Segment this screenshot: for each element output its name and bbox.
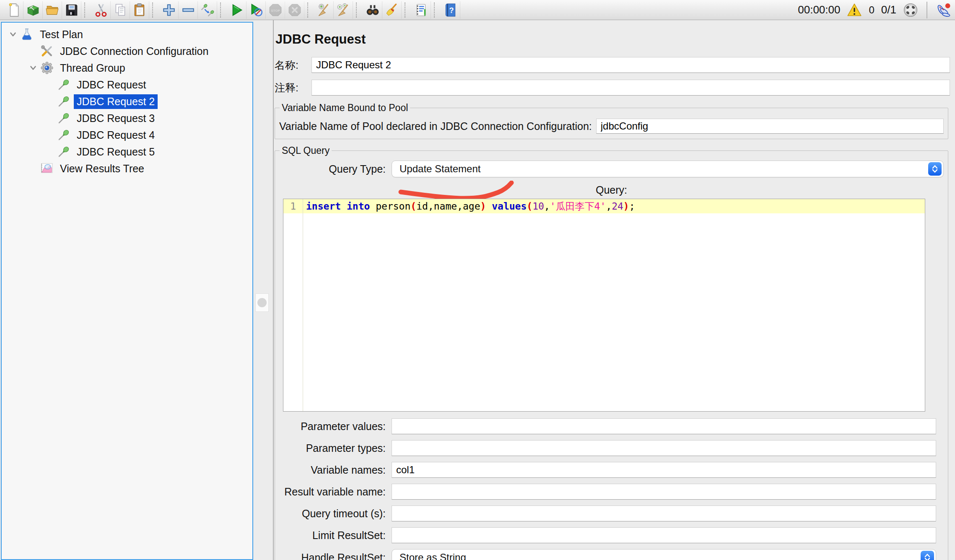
variable-names-input[interactable]	[392, 462, 936, 478]
tree-item-test-plan[interactable]: Test Plan	[2, 26, 252, 43]
name-input[interactable]	[311, 57, 950, 73]
tree-item-label: JDBC Request 2	[74, 94, 158, 109]
collapse-all-button[interactable]	[179, 1, 198, 19]
comment-input[interactable]	[311, 80, 950, 96]
tree-item-jdbc-request-5[interactable]: JDBC Request 5	[2, 143, 252, 160]
error-count: 0	[869, 4, 874, 16]
tree-item-label: JDBC Request 3	[74, 111, 158, 126]
tree-item-jdbc-request-3[interactable]: JDBC Request 3	[2, 110, 252, 127]
search-button[interactable]	[363, 1, 382, 19]
save-button[interactable]	[62, 1, 81, 19]
expand-all-icon	[162, 3, 176, 17]
parameter-values-label: Parameter values:	[279, 420, 392, 433]
code-token: into	[347, 201, 370, 212]
parameter-types-row: Parameter types:	[279, 440, 944, 456]
templates-icon	[26, 3, 40, 17]
tree-item-jdbc-connection-configuration[interactable]: JDBC Connection Configuration	[2, 43, 252, 60]
clear-all-button[interactable]	[334, 1, 353, 19]
panel-splitter[interactable]	[254, 20, 274, 560]
code-token: person	[376, 201, 410, 212]
new-file-button[interactable]	[4, 1, 23, 19]
help-icon: ?	[444, 3, 458, 17]
cut-button[interactable]	[91, 1, 111, 19]
code-token	[341, 201, 347, 212]
stop-icon: STOP	[268, 3, 283, 17]
toolbar-separator	[405, 3, 410, 18]
toggle-button[interactable]	[198, 1, 217, 19]
sql-query-editor[interactable]: 1 insert into person(id,name,age) values…	[283, 199, 925, 412]
code-token: id,name,age	[416, 201, 480, 212]
tree-item-jdbc-request[interactable]: JDBC Request	[2, 76, 252, 93]
start-no-pauses-icon	[249, 3, 263, 17]
warning-icon[interactable]	[847, 3, 862, 18]
variable-names-label: Variable names:	[279, 464, 392, 476]
tree-item-label: JDBC Request 4	[74, 128, 158, 143]
toolbar-status: 00:00:00 0 0/1	[798, 2, 951, 18]
start-no-pauses-button[interactable]	[247, 1, 266, 19]
tree-item-jdbc-request-4[interactable]: JDBC Request 4	[2, 127, 252, 143]
editor-line-1[interactable]: 1 insert into person(id,name,age) values…	[283, 199, 925, 213]
copy-button[interactable]	[111, 1, 130, 19]
paste-button[interactable]	[130, 1, 149, 19]
jdbc-request-icon	[57, 128, 70, 142]
toolbar-divider	[926, 2, 927, 18]
code-token: )	[480, 201, 486, 212]
splitter-handle[interactable]	[255, 293, 269, 312]
toolbar-separator	[152, 3, 157, 18]
limit-resultset-label: Limit ResultSet:	[279, 529, 392, 542]
templates-button[interactable]	[23, 1, 43, 19]
open-icon	[45, 3, 60, 17]
help-button[interactable]: ?	[441, 1, 460, 19]
code-token: ,	[544, 201, 550, 212]
handle-resultset-dropdown[interactable]: Store as String	[392, 549, 936, 560]
parameter-values-input[interactable]	[392, 418, 936, 434]
toggle-icon	[200, 3, 215, 17]
result-variable-name-row: Result variable name:	[279, 484, 944, 500]
jmeter-logo-icon	[936, 3, 951, 18]
limit-resultset-input[interactable]	[392, 527, 936, 543]
query-type-value: Update Statement	[400, 163, 480, 175]
expand-all-button[interactable]	[159, 1, 179, 19]
name-label: 名称:	[275, 58, 311, 72]
query-type-dropdown[interactable]: Update Statement	[392, 161, 944, 177]
reset-search-button[interactable]	[382, 1, 402, 19]
result-variable-name-input[interactable]	[392, 484, 936, 500]
search-icon	[366, 3, 380, 17]
paste-icon	[132, 3, 147, 17]
pool-variable-input[interactable]	[596, 119, 944, 134]
thread-group-icon	[40, 61, 54, 75]
clear-button[interactable]	[314, 1, 334, 19]
jdbc-request-icon	[57, 111, 70, 125]
tree-item-thread-group[interactable]: Thread Group	[2, 60, 252, 76]
parameter-types-label: Parameter types:	[279, 442, 392, 454]
tree-item-jdbc-request-2[interactable]: JDBC Request 2	[2, 93, 252, 110]
query-timeout-input[interactable]	[392, 506, 936, 521]
expander-chevron-down-icon[interactable]	[26, 63, 40, 73]
toolbar: STOP? 00:00:00 0 0/1	[0, 0, 955, 20]
code-token: values	[492, 201, 527, 212]
tree-item-label: Thread Group	[57, 61, 128, 75]
pool-variable-label: Variable Name of Pool declared in JDBC C…	[279, 120, 596, 132]
tree-item-view-results-tree[interactable]: View Results Tree	[2, 160, 252, 177]
shutdown-button	[285, 1, 304, 19]
query-timeout-label: Query timeout (s):	[279, 508, 392, 520]
query-type-label: Query Type:	[279, 163, 392, 175]
parameter-types-input[interactable]	[392, 440, 936, 456]
dropdown-spinner-icon[interactable]	[921, 551, 934, 560]
open-button[interactable]	[43, 1, 62, 19]
function-helper-button[interactable]	[412, 1, 431, 19]
clear-icon	[317, 3, 331, 17]
copy-icon	[113, 3, 127, 17]
svg-text:?: ?	[449, 6, 454, 15]
expander-chevron-down-icon[interactable]	[6, 30, 20, 39]
dropdown-spinner-icon[interactable]	[928, 162, 942, 176]
tree-item-label: JDBC Connection Configuration	[57, 44, 211, 59]
toolbar-separator	[356, 3, 361, 18]
limit-resultset-row: Limit ResultSet:	[279, 527, 944, 543]
new-file-icon	[7, 3, 21, 17]
code-token	[486, 201, 492, 212]
start-button[interactable]	[227, 1, 247, 19]
sql-query-legend: SQL Query	[280, 145, 332, 156]
view-results-tree-icon	[40, 162, 54, 175]
comment-label: 注释:	[275, 81, 311, 95]
